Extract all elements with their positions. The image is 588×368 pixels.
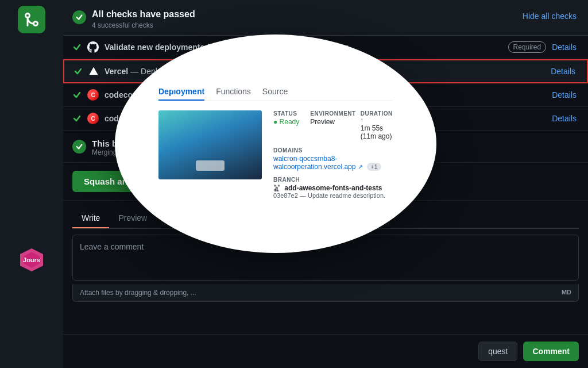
codecov-project-logo-icon: C [87,113,99,124]
domain-link[interactable]: walcron-qoccsrnba8-walcoorperation.verce… [273,155,355,171]
tooltip-inner: Deployment Functions Source STATUS [147,72,404,216]
tooltip-tabs: Deployment Functions Source [158,83,393,101]
tooltip-meta: STATUS ● Ready ENVIRONMENT Preview DURAT… [273,110,393,205]
checks-title: All checks have passed [92,9,195,20]
check-validate-details-link[interactable]: Details [552,43,577,52]
check-codecov-project-details-link[interactable]: Details [552,114,577,123]
markdown-icon: MD [562,289,571,297]
tab-write[interactable]: Write [72,209,109,228]
check-vercel-icon [74,67,83,76]
git-icon[interactable] [18,6,45,33]
request-button[interactable]: quest [478,342,517,361]
required-badge: Required [508,41,547,53]
checks-subtitle: 4 successful checks [92,21,195,29]
check-codecov-patch-details-link[interactable]: Details [552,90,577,99]
duration-label: DURATION ↑ [361,110,393,123]
hide-all-checks-link[interactable]: Hide all checks [523,12,577,21]
vercel-deployment-tooltip: Deployment Functions Source STATUS [115,34,436,253]
git-branch-icon [273,185,280,191]
check-validate-icon [72,43,82,52]
comment-placeholder: Leave a comment [80,242,144,251]
checks-pass-icon [72,10,86,24]
status-label: STATUS [273,110,305,117]
domains-label: DOMAINS [273,147,393,154]
codecov-patch-logo-icon: C [87,89,99,101]
github-logo-icon [87,41,99,53]
svg-text:Jours: Jours [23,256,40,263]
environment-value: Preview [310,118,355,126]
check-vercel-details-link[interactable]: Details [551,67,575,76]
domains-section: DOMAINS walcron-qoccsrnba8-walcoorperati… [273,147,393,171]
sidebar: Jours [0,0,63,368]
branch-section: BRANCH add-awesome-fonts-and-tests 03e87… [273,177,393,199]
tooltip-content: STATUS ● Ready ENVIRONMENT Preview DURAT… [158,110,393,205]
branch-label: BRANCH [273,177,393,183]
attach-text: Attach files by dragging & dropping, ... [80,289,196,297]
no-conflicts-icon [72,140,86,154]
tooltip-tab-source[interactable]: Source [262,83,288,101]
deployment-preview-image [158,110,262,179]
brand-avatar[interactable]: Jours [18,246,45,275]
status-value: ● Ready [273,118,305,126]
check-codecov-project-icon [72,114,82,123]
svg-marker-5 [90,67,98,75]
checks-header: All checks have passed 4 successful chec… [63,0,588,36]
commit-text: 03e87e2 — Update readme description. [273,192,393,199]
domain-icon: ↗ [358,163,363,170]
duration-value: 1m 55s (11m ago) [361,124,393,140]
branch-name: add-awesome-fonts-and-tests [284,184,382,192]
environment-label: ENVIRONMENT [310,110,355,117]
comment-submit-button[interactable]: Comment [523,342,579,361]
domain-plus-badge: +1 [367,163,381,171]
bottom-bar: quest Comment [63,334,588,368]
vercel-logo-icon [88,66,99,76]
attach-bar: Attach files by dragging & dropping, ...… [72,284,579,302]
check-codecov-patch-icon [72,90,82,99]
tooltip-tab-functions[interactable]: Functions [216,83,251,101]
